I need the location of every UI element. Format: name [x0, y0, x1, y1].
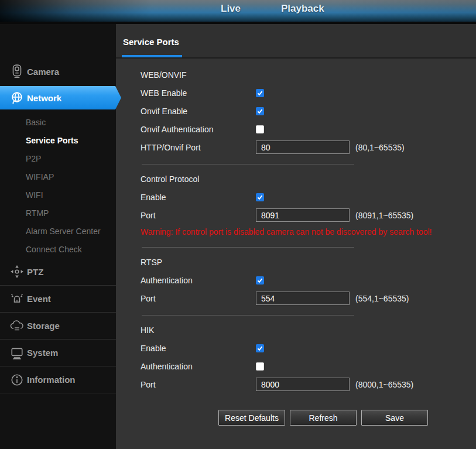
form-row: Onvif Authentication: [141, 120, 476, 138]
form-actions: Reset DefaultsRefreshSave: [218, 410, 476, 426]
sidebar-item-label: Event: [27, 294, 51, 304]
form-row: Port(8091,1~65535): [141, 206, 476, 224]
network-globe-icon: [7, 91, 27, 105]
page-tabstrip: Service Ports: [116, 24, 476, 59]
field-label: WEB Enable: [141, 88, 256, 98]
port-range-hint: (554,1~65535): [355, 294, 409, 303]
save-button[interactable]: Save: [361, 410, 428, 426]
sidebar-subitem-rtmp[interactable]: RTMP: [0, 204, 116, 222]
form-row: Authentication: [141, 271, 476, 289]
sidebar-subitem-alarm-server-center[interactable]: Alarm Server Center: [0, 222, 116, 240]
sidebar-submenu-network: BasicService PortsP2PWIFIAPWIFIRTMPAlarm…: [0, 109, 116, 258]
sidebar-item-ptz[interactable]: PTZ: [0, 258, 116, 285]
field-label: Onvif Authentication: [141, 125, 256, 134]
form-row: Enable: [141, 188, 476, 206]
section-title: RTSP: [141, 258, 162, 267]
field-label: HTTP/Onvif Port: [141, 143, 256, 152]
section-title: Control Protocol: [141, 174, 199, 184]
onvif-authentication-checkbox[interactable]: [256, 125, 264, 133]
sidebar-subitem-basic[interactable]: Basic: [0, 113, 116, 131]
onvif-enable-checkbox[interactable]: [256, 107, 264, 115]
tab-playback[interactable]: Playback: [281, 3, 324, 15]
sidebar-divider: [0, 393, 116, 393]
section-title: HIK: [141, 325, 154, 335]
tab-live[interactable]: Live: [221, 3, 241, 15]
enable-checkbox[interactable]: [256, 344, 264, 352]
sidebar-item-label: Network: [27, 93, 61, 103]
field-label: Port: [141, 380, 256, 389]
sidebar-item-system[interactable]: System: [0, 340, 116, 366]
port-input[interactable]: [256, 292, 350, 305]
field-label: Port: [141, 211, 256, 220]
form-row: Port(8000,1~65535): [141, 375, 476, 393]
web-enable-checkbox[interactable]: [256, 89, 264, 97]
sidebar-item-camera[interactable]: Camera: [0, 58, 116, 85]
info-circle-icon: [7, 373, 27, 387]
sidebar-navigation: CameraNetworkBasicService PortsP2PWIFIAP…: [0, 24, 116, 449]
sidebar-subitem-wifiap[interactable]: WIFIAP: [0, 167, 116, 186]
sidebar-subitem-wifi[interactable]: WIFI: [0, 186, 116, 204]
port-input[interactable]: [256, 208, 350, 222]
service-ports-form: WEB/ONVIFWEB EnableOnvif EnableOnvif Aut…: [116, 59, 476, 426]
section-divider: [142, 315, 354, 316]
monitor-icon: [7, 346, 27, 360]
sidebar-item-event[interactable]: Event: [0, 286, 116, 312]
form-row: Onvif Enable: [141, 102, 476, 120]
field-label: Enable: [141, 193, 256, 202]
section-title: WEB/ONVIF: [141, 70, 187, 80]
tab-service-ports[interactable]: Service Ports: [123, 37, 179, 47]
form-row: Port(554,1~65535): [141, 289, 476, 307]
section-divider: [142, 164, 354, 164]
authentication-checkbox[interactable]: [256, 276, 264, 285]
field-label: Authentication: [141, 276, 256, 285]
sidebar-item-label: Camera: [27, 67, 59, 77]
sidebar-item-network[interactable]: Network: [0, 86, 121, 109]
refresh-button[interactable]: Refresh: [290, 410, 357, 426]
http-onvif-port-input[interactable]: [256, 140, 350, 154]
port-range-hint: (8091,1~65535): [355, 211, 413, 220]
field-label: Port: [141, 294, 256, 303]
port-input[interactable]: [256, 378, 350, 391]
sidebar-item-label: Information: [27, 375, 76, 385]
authentication-checkbox[interactable]: [256, 362, 264, 371]
field-label: Authentication: [141, 362, 256, 371]
app-window: Live Playback CameraNetworkBasicService …: [0, 0, 476, 449]
sidebar-item-label: Storage: [27, 321, 60, 331]
active-tab-underline: [122, 55, 182, 57]
form-row: HTTP/Onvif Port(80,1~65535): [141, 138, 476, 156]
camera-icon: [7, 64, 27, 79]
control-port-warning-text: Warning: If control port is disabled cam…: [141, 224, 476, 239]
port-range-hint: (8000,1~65535): [355, 380, 413, 389]
cloud-storage-icon: [7, 319, 27, 333]
field-label: Onvif Enable: [141, 107, 256, 116]
ptz-pad-icon: [7, 265, 27, 279]
enable-checkbox[interactable]: [256, 193, 264, 201]
alarm-siren-icon: [7, 292, 27, 306]
sidebar-item-label: System: [27, 348, 58, 358]
sidebar-subitem-p2p[interactable]: P2P: [0, 149, 116, 167]
port-range-hint: (80,1~65535): [355, 143, 405, 152]
top-navigation-bar: Live Playback: [0, 0, 476, 22]
section-divider: [142, 247, 354, 248]
field-label: Enable: [141, 344, 256, 353]
form-row: Authentication: [141, 357, 476, 375]
sidebar-subitem-connect-check[interactable]: Connect Check: [0, 240, 116, 258]
form-row: WEB Enable: [141, 84, 476, 102]
form-row: Enable: [141, 339, 476, 357]
sidebar-subitem-service-ports[interactable]: Service Ports: [0, 131, 116, 149]
sidebar-item-information[interactable]: Information: [0, 366, 116, 393]
sidebar-item-storage[interactable]: Storage: [0, 313, 116, 339]
main-content: Service Ports WEB/ONVIFWEB EnableOnvif E…: [116, 24, 476, 449]
reset-defaults-button[interactable]: Reset Defaults: [218, 410, 285, 426]
sidebar-item-label: PTZ: [27, 267, 43, 277]
